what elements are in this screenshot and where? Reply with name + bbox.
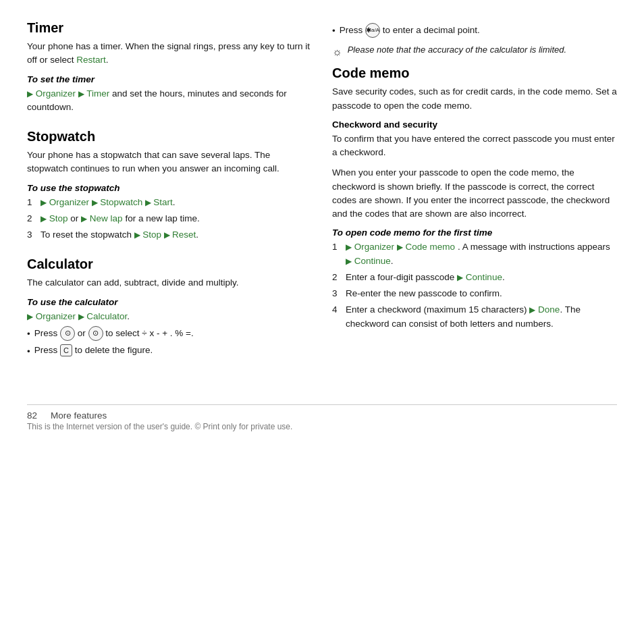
cm-step-2-content: Enter a four-digit passcode ▶ Continue.: [346, 271, 505, 284]
checkword-body2: When you enter your passcode to open the…: [332, 166, 617, 221]
note-icon: ☼: [332, 44, 342, 60]
bullet-icon-extra: •: [332, 24, 336, 38]
step-num-1: 1: [27, 196, 36, 209]
joystick-left-icon: ⊙: [60, 326, 75, 341]
bullet-icon-2: •: [27, 345, 30, 358]
note-text: Please note that the accuracy of the cal…: [348, 43, 566, 57]
calc-note: ☼ Please note that the accuracy of the c…: [332, 43, 617, 60]
timer-step: ▶ Organizer ▶ Timer and set the hours, m…: [27, 87, 312, 115]
cm-step-1-content: ▶ Organizer ▶ Code memo . A message with…: [346, 240, 617, 268]
step-2-content: ▶ Stop or ▶ New lap for a new lap time.: [41, 212, 200, 225]
calc-bullet-1: • Press ⊙ or ⊙ to select ÷ x - + . % =.: [27, 326, 312, 341]
cm-step-4-content: Enter a checkword (maximum 15 characters…: [346, 303, 617, 331]
star-key-icon: ✱a/A: [365, 23, 380, 38]
calc-bullet-2: • Press C to delete the figure.: [27, 344, 312, 358]
timer-subsection-title: To set the timer: [27, 74, 312, 84]
code-memo-step-1: 1 ▶ Organizer ▶ Code memo . A message wi…: [332, 240, 617, 268]
calculator-title: Calculator: [27, 257, 312, 272]
stopwatch-title: Stopwatch: [27, 129, 312, 144]
calc-bullet-1-content: Press ⊙ or ⊙ to select ÷ x - + . % =.: [34, 326, 194, 341]
stopwatch-section: Stopwatch Your phone has a stopwatch tha…: [27, 129, 312, 242]
calculator-body: The calculator can add, subtract, divide…: [27, 276, 312, 290]
cm-step-num-2: 2: [332, 271, 342, 284]
step-num-2: 2: [27, 212, 36, 225]
calc-extra-content: Press ✱a/A to enter a decimal point.: [340, 23, 480, 38]
timer-body: Your phone has a timer. When the signal …: [27, 40, 312, 68]
stopwatch-step-2: 2 ▶ Stop or ▶ New lap for a new lap time…: [27, 212, 312, 225]
stopwatch-steps: 1 ▶ Organizer ▶ Stopwatch ▶ Start. 2 ▶: [27, 196, 312, 242]
cm-step-num-3: 3: [332, 287, 342, 300]
stopwatch-subsection-title: To use the stopwatch: [27, 183, 312, 193]
checkword-body1: To confirm that you have entered the cor…: [332, 132, 617, 160]
c-key-icon: C: [60, 344, 72, 356]
code-memo-body: Save security codes, such as for credit …: [332, 85, 617, 113]
stopwatch-step-1: 1 ▶ Organizer ▶ Stopwatch ▶ Start.: [27, 196, 312, 209]
page-layout: Timer Your phone has a timer. When the s…: [27, 20, 617, 373]
step-3-content: To reset the stopwatch ▶ Stop ▶ Reset.: [41, 228, 198, 242]
stopwatch-body: Your phone has a stopwatch that can save…: [27, 149, 312, 176]
calculator-subsection-title: To use the calculator: [27, 297, 312, 307]
timer-body-text: Your phone has a timer. When the signal …: [27, 41, 310, 65]
timer-arrow2: ▶: [78, 89, 86, 99]
section-label: More features: [51, 410, 107, 421]
calc-extra-bullet: • Press ✱a/A to enter a decimal point.: [332, 23, 617, 38]
code-memo-step-2: 2 Enter a four-digit passcode ▶ Continue…: [332, 271, 617, 284]
page-num-line: 82 More features: [27, 410, 617, 421]
calc-extra-bullets: • Press ✱a/A to enter a decimal point.: [332, 23, 617, 38]
calc-bullet-2-content: Press C to delete the figure.: [34, 344, 153, 357]
bullet-icon-1: •: [27, 327, 30, 341]
timer-restart-link[interactable]: Restart: [76, 55, 106, 65]
timer-arrow1: ▶: [27, 89, 33, 99]
open-code-memo-title: To open code memo for the first time: [332, 227, 617, 238]
joystick-right-icon: ⊙: [88, 326, 103, 341]
code-memo-step-3: 3 Re-enter the new passcode to confirm.: [332, 287, 617, 300]
code-memo-step-4: 4 Enter a checkword (maximum 15 characte…: [332, 303, 617, 331]
timer-section: Timer Your phone has a timer. When the s…: [27, 20, 312, 114]
code-memo-section: Code memo Save security codes, such as f…: [332, 65, 617, 331]
timer-title: Timer: [27, 20, 312, 36]
checkword-title: Checkword and security: [332, 119, 617, 130]
stopwatch-step-3: 3 To reset the stopwatch ▶ Stop ▶ Reset.: [27, 228, 312, 242]
cm-step-3-content: Re-enter the new passcode to confirm.: [346, 287, 502, 300]
right-column: • Press ✱a/A to enter a decimal point. ☼…: [332, 20, 617, 373]
code-memo-steps: 1 ▶ Organizer ▶ Code memo . A message wi…: [332, 240, 617, 331]
timer-link-organizer[interactable]: Organizer: [36, 88, 76, 99]
footer-divider: [27, 404, 617, 405]
step-num-3: 3: [27, 228, 36, 242]
code-memo-title: Code memo: [332, 65, 617, 81]
cm-step-num-1: 1: [332, 240, 342, 268]
calculator-bullets: • Press ⊙ or ⊙ to select ÷ x - + . % =. …: [27, 326, 312, 359]
page-number: 82: [27, 410, 37, 421]
step-1-content: ▶ Organizer ▶ Stopwatch ▶ Start.: [41, 196, 176, 209]
timer-link-timer[interactable]: Timer: [86, 88, 109, 99]
page-footer: 82 More features This is the Internet ve…: [27, 394, 617, 431]
calculator-section: Calculator The calculator can add, subtr…: [27, 257, 312, 358]
footer-legal: This is the Internet version of the user…: [27, 422, 617, 431]
cm-step-num-4: 4: [332, 303, 342, 331]
left-column: Timer Your phone has a timer. When the s…: [27, 20, 312, 373]
calculator-step: ▶ Organizer ▶ Calculator.: [27, 310, 312, 323]
